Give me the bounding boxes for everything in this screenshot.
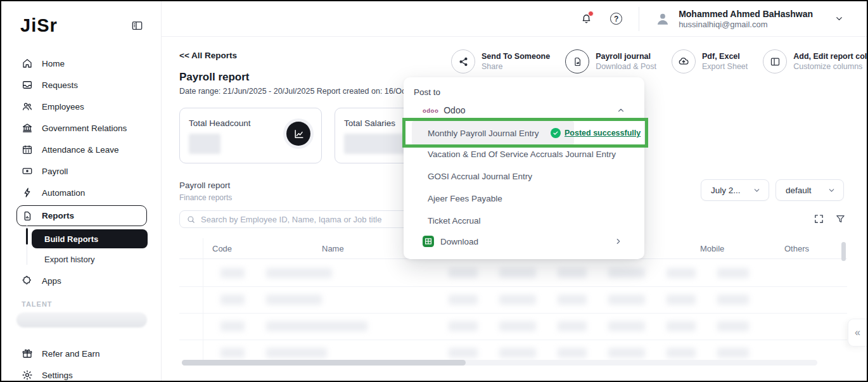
payroll-journal-action[interactable]: Payroll journalDownload & Post xyxy=(565,49,656,73)
customize-columns-action[interactable]: Add, Edit report columnsCustomize column… xyxy=(763,49,868,73)
export-sheet-action[interactable]: Pdf, ExcelExport Sheet xyxy=(672,49,748,73)
gear-icon xyxy=(22,369,33,381)
sidebar-item-requests[interactable]: Requests xyxy=(1,74,161,96)
download-label: Download xyxy=(440,237,608,246)
filter-icon[interactable] xyxy=(835,213,846,225)
sidebar-item-apps[interactable]: Apps xyxy=(1,270,161,291)
cloud-upload-icon xyxy=(672,49,696,73)
column-header-mobile: Mobile xyxy=(700,244,724,253)
sidebar-item-employees[interactable]: Employees xyxy=(1,96,161,117)
chevron-up-icon xyxy=(616,106,625,115)
row-divider xyxy=(179,286,847,287)
share-action[interactable]: Send To SomeoneShare xyxy=(451,49,550,73)
menu-item-ajeer-fees-payable[interactable]: Ajeer Fees Payable xyxy=(428,194,502,203)
post-to-title: Post to xyxy=(414,87,440,97)
table-row xyxy=(203,286,843,313)
user-name: Mohammed Ahmed BaHashwan xyxy=(679,9,813,19)
menu-item-gosi-accrual[interactable]: GOSI Accrual Journal Entry xyxy=(428,172,532,181)
apps-icon xyxy=(22,275,33,286)
menu-item-monthly-payroll-journal-entry[interactable]: Monthly Payroll Journal Entry xyxy=(412,121,574,145)
expand-fullscreen-icon[interactable] xyxy=(814,213,825,225)
requests-icon xyxy=(22,79,33,91)
sidebar: JiSr Home Requests Employees Government … xyxy=(1,1,162,381)
gift-icon xyxy=(22,348,33,359)
sidebar-item-attendance-leave[interactable]: Attendance & Leave xyxy=(1,139,161,160)
column-header-others: Others xyxy=(784,244,809,253)
sidebar-item-payroll[interactable]: Payroll xyxy=(1,160,161,182)
double-chevron-left-icon: « xyxy=(855,327,860,338)
panel-collapse-button[interactable]: « xyxy=(848,319,867,347)
period-filter-dropdown[interactable]: July 2... xyxy=(701,179,769,201)
view-filter-value: default xyxy=(786,186,812,195)
report-section-subtitle: Finance reports xyxy=(179,193,232,202)
total-headcount-card: Total Headcount xyxy=(179,108,322,163)
subitem-label: Export history xyxy=(44,255,94,264)
action-subtitle: Download & Post xyxy=(596,62,656,71)
topbar-divider xyxy=(639,7,639,31)
table-row xyxy=(203,260,843,286)
search-icon xyxy=(186,215,196,224)
sidebar-item-refer-and-earn[interactable]: Refer and Earn xyxy=(1,343,161,364)
odoo-integration-row[interactable]: odoo Odoo xyxy=(423,105,625,115)
sidebar-item-label: Government Relations xyxy=(42,124,127,133)
user-menu[interactable]: Mohammed Ahmed BaHashwan hussinalhiqi@gm… xyxy=(654,9,844,29)
action-subtitle: Export Sheet xyxy=(702,62,748,71)
help-icon[interactable]: ? xyxy=(610,13,622,25)
chevron-down-icon xyxy=(834,14,844,23)
sidebar-item-reports[interactable]: Reports xyxy=(16,205,147,226)
notification-badge xyxy=(588,11,594,16)
home-icon xyxy=(22,58,33,69)
calendar-icon xyxy=(22,144,33,155)
posted-successfully-badge[interactable]: Posted successfully xyxy=(551,128,641,138)
action-title: Send To Someone xyxy=(482,52,550,61)
sidebar-item-settings[interactable]: Settings xyxy=(1,364,161,382)
subnav-active-marker xyxy=(26,228,28,245)
sidebar-item-home[interactable]: Home xyxy=(1,53,161,74)
sidebar-item-label: Reports xyxy=(42,211,74,220)
table-vertical-scrollbar[interactable] xyxy=(841,242,846,261)
topbar: ? Mohammed Ahmed BaHashwan hussinalhiqi@… xyxy=(162,1,867,37)
sidebar-item-label: Attendance & Leave xyxy=(42,145,119,155)
sidebar-subitem-build-reports[interactable]: Build Reports xyxy=(32,229,148,248)
employees-icon xyxy=(22,101,33,112)
notifications-bell-icon[interactable] xyxy=(580,13,592,25)
sidebar-item-label: Apps xyxy=(42,276,61,286)
back-to-all-reports-link[interactable]: << All Reports xyxy=(179,51,237,60)
blurred-value xyxy=(189,134,220,154)
table-row xyxy=(203,313,843,340)
table-horizontal-scrollbar-track[interactable] xyxy=(182,360,817,366)
sidebar-subitem-export-history[interactable]: Export history xyxy=(44,248,161,270)
payroll-icon xyxy=(22,165,33,177)
action-subtitle: Share xyxy=(482,62,550,71)
headcount-chart-button[interactable] xyxy=(283,118,314,149)
chevron-right-icon xyxy=(614,237,623,246)
avatar xyxy=(654,11,671,27)
report-actions: Send To SomeoneShare Payroll journalDown… xyxy=(451,49,868,73)
reports-icon xyxy=(22,210,33,222)
government-icon xyxy=(22,122,33,134)
action-subtitle: Customize columns xyxy=(793,62,868,71)
view-filter-dropdown[interactable]: default xyxy=(775,179,844,201)
sidebar-item-label: Home xyxy=(42,59,65,68)
column-header-name: Name xyxy=(322,244,344,253)
jisr-logo: JiSr xyxy=(20,15,58,36)
trend-chart-icon xyxy=(286,122,310,146)
menu-item-label: Monthly Payroll Journal Entry xyxy=(428,129,539,138)
table-first-column-border xyxy=(203,238,203,365)
automation-icon xyxy=(22,187,33,198)
columns-icon xyxy=(763,49,787,73)
table-horizontal-scrollbar-thumb[interactable] xyxy=(182,360,466,366)
download-submenu-item[interactable]: Download xyxy=(423,236,623,247)
row-divider xyxy=(179,313,847,314)
journal-document-icon xyxy=(565,49,589,73)
sidebar-item-government-relations[interactable]: Government Relations xyxy=(1,117,161,139)
spreadsheet-icon xyxy=(423,236,434,247)
chevron-down-icon xyxy=(827,186,836,194)
sidebar-toggle-icon[interactable] xyxy=(131,20,143,32)
menu-item-ticket-accrual[interactable]: Ticket Accrual xyxy=(428,216,481,226)
sidebar-item-blurred xyxy=(16,312,147,328)
action-title: Pdf, Excel xyxy=(702,52,748,61)
sidebar-item-automation[interactable]: Automation xyxy=(1,182,161,203)
menu-item-vacation-eos-accruals[interactable]: Vacation & End Of Service Accruals Journ… xyxy=(428,150,616,159)
sidebar-item-label: Settings xyxy=(42,371,73,380)
